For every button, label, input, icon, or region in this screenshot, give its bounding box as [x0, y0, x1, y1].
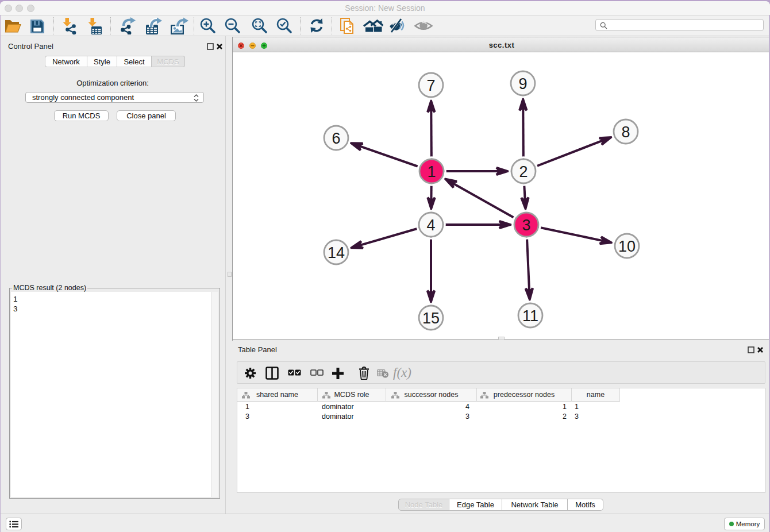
svg-text:6: 6 [332, 130, 340, 147]
svg-text:9: 9 [518, 75, 527, 92]
svg-text:14: 14 [328, 244, 345, 261]
svg-text:10: 10 [618, 238, 636, 255]
svg-text:3: 3 [522, 217, 530, 234]
svg-text:1: 1 [427, 163, 436, 180]
svg-text:7: 7 [426, 77, 435, 94]
svg-text:2: 2 [519, 163, 528, 180]
svg-text:4: 4 [426, 217, 435, 234]
svg-text:11: 11 [522, 307, 538, 325]
svg-text:15: 15 [422, 310, 440, 327]
svg-text:8: 8 [621, 124, 630, 141]
